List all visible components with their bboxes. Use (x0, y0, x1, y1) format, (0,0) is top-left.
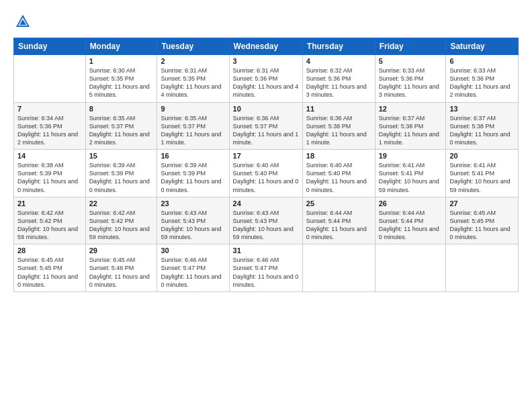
calendar-header-row: SundayMondayTuesdayWednesdayThursdayFrid… (14, 38, 519, 55)
cell-info: Sunrise: 6:36 AMSunset: 5:37 PMDaylight:… (233, 114, 299, 147)
cell-info: Sunrise: 6:44 AMSunset: 5:44 PMDaylight:… (379, 209, 443, 242)
calendar-week-row: 14Sunrise: 6:38 AMSunset: 5:39 PMDayligh… (14, 150, 519, 197)
day-number: 16 (161, 152, 225, 160)
logo-icon (13, 12, 32, 31)
calendar-cell: 9Sunrise: 6:35 AMSunset: 5:37 PMDaylight… (157, 102, 229, 150)
day-number: 1 (89, 57, 154, 65)
calendar-day-header: Thursday (302, 38, 375, 55)
cell-info: Sunrise: 6:39 AMSunset: 5:39 PMDaylight:… (89, 161, 154, 194)
calendar-cell: 7Sunrise: 6:34 AMSunset: 5:36 PMDaylight… (14, 102, 86, 150)
cell-info: Sunrise: 6:45 AMSunset: 5:45 PMDaylight:… (449, 209, 515, 242)
calendar-cell: 25Sunrise: 6:44 AMSunset: 5:44 PMDayligh… (302, 197, 375, 244)
day-number: 31 (233, 246, 299, 255)
day-number: 30 (161, 246, 225, 255)
cell-info: Sunrise: 6:36 AMSunset: 5:38 PMDaylight:… (306, 114, 371, 147)
header (13, 12, 519, 31)
calendar-cell: 16Sunrise: 6:39 AMSunset: 5:39 PMDayligh… (157, 150, 229, 197)
calendar-week-row: 21Sunrise: 6:42 AMSunset: 5:42 PMDayligh… (14, 197, 519, 244)
calendar-day-header: Sunday (14, 38, 86, 55)
calendar-cell: 30Sunrise: 6:46 AMSunset: 5:47 PMDayligh… (157, 244, 229, 292)
day-number: 17 (233, 152, 299, 160)
cell-info: Sunrise: 6:42 AMSunset: 5:42 PMDaylight:… (89, 209, 154, 242)
calendar-cell: 14Sunrise: 6:38 AMSunset: 5:39 PMDayligh… (14, 150, 86, 197)
day-number: 24 (233, 199, 299, 208)
calendar-cell: 29Sunrise: 6:45 AMSunset: 5:46 PMDayligh… (85, 244, 157, 292)
calendar-cell: 8Sunrise: 6:35 AMSunset: 5:37 PMDaylight… (85, 102, 157, 150)
calendar-cell (14, 55, 86, 103)
cell-info: Sunrise: 6:42 AMSunset: 5:42 PMDaylight:… (17, 209, 82, 242)
calendar-cell: 23Sunrise: 6:43 AMSunset: 5:43 PMDayligh… (157, 197, 229, 244)
cell-info: Sunrise: 6:46 AMSunset: 5:47 PMDaylight:… (161, 256, 225, 289)
day-number: 27 (449, 199, 515, 208)
cell-info: Sunrise: 6:31 AMSunset: 5:36 PMDaylight:… (233, 66, 299, 99)
calendar-cell: 15Sunrise: 6:39 AMSunset: 5:39 PMDayligh… (85, 150, 157, 197)
day-number: 11 (306, 105, 371, 113)
cell-info: Sunrise: 6:40 AMSunset: 5:40 PMDaylight:… (233, 161, 299, 194)
day-number: 6 (449, 57, 515, 65)
calendar-week-row: 1Sunrise: 6:30 AMSunset: 5:35 PMDaylight… (14, 55, 519, 103)
calendar-cell: 20Sunrise: 6:41 AMSunset: 5:41 PMDayligh… (446, 150, 519, 197)
day-number: 3 (233, 57, 299, 65)
logo (13, 12, 35, 31)
day-number: 14 (17, 152, 82, 160)
day-number: 23 (161, 199, 225, 208)
calendar-cell: 3Sunrise: 6:31 AMSunset: 5:36 PMDaylight… (229, 55, 302, 103)
cell-info: Sunrise: 6:32 AMSunset: 5:36 PMDaylight:… (306, 66, 371, 99)
cell-info: Sunrise: 6:41 AMSunset: 5:41 PMDaylight:… (449, 161, 515, 194)
cell-info: Sunrise: 6:30 AMSunset: 5:35 PMDaylight:… (89, 66, 154, 99)
calendar-cell: 1Sunrise: 6:30 AMSunset: 5:35 PMDaylight… (85, 55, 157, 103)
calendar-cell: 27Sunrise: 6:45 AMSunset: 5:45 PMDayligh… (446, 197, 519, 244)
day-number: 21 (17, 199, 82, 208)
cell-info: Sunrise: 6:46 AMSunset: 5:47 PMDaylight:… (233, 256, 299, 289)
day-number: 9 (161, 105, 225, 113)
cell-info: Sunrise: 6:37 AMSunset: 5:38 PMDaylight:… (449, 114, 515, 147)
day-number: 26 (379, 199, 443, 208)
day-number: 20 (449, 152, 515, 160)
calendar-cell: 17Sunrise: 6:40 AMSunset: 5:40 PMDayligh… (229, 150, 302, 197)
calendar-day-header: Monday (85, 38, 157, 55)
calendar-cell: 4Sunrise: 6:32 AMSunset: 5:36 PMDaylight… (302, 55, 375, 103)
cell-info: Sunrise: 6:45 AMSunset: 5:46 PMDaylight:… (89, 256, 154, 289)
cell-info: Sunrise: 6:39 AMSunset: 5:39 PMDaylight:… (161, 161, 225, 194)
calendar-cell: 13Sunrise: 6:37 AMSunset: 5:38 PMDayligh… (446, 102, 519, 150)
calendar-day-header: Wednesday (229, 38, 302, 55)
cell-info: Sunrise: 6:41 AMSunset: 5:41 PMDaylight:… (379, 161, 443, 194)
day-number: 2 (161, 57, 225, 65)
cell-info: Sunrise: 6:33 AMSunset: 5:36 PMDaylight:… (449, 66, 515, 99)
day-number: 29 (89, 246, 154, 255)
calendar-cell: 18Sunrise: 6:40 AMSunset: 5:40 PMDayligh… (302, 150, 375, 197)
cell-info: Sunrise: 6:43 AMSunset: 5:43 PMDaylight:… (233, 209, 299, 242)
cell-info: Sunrise: 6:33 AMSunset: 5:36 PMDaylight:… (379, 66, 443, 99)
calendar-cell: 31Sunrise: 6:46 AMSunset: 5:47 PMDayligh… (229, 244, 302, 292)
day-number: 8 (89, 105, 154, 113)
day-number: 5 (379, 57, 443, 65)
cell-info: Sunrise: 6:35 AMSunset: 5:37 PMDaylight:… (89, 114, 154, 147)
calendar-table: SundayMondayTuesdayWednesdayThursdayFrid… (13, 38, 519, 292)
calendar-cell: 6Sunrise: 6:33 AMSunset: 5:36 PMDaylight… (446, 55, 519, 103)
day-number: 18 (306, 152, 371, 160)
day-number: 7 (17, 105, 82, 113)
calendar-cell: 26Sunrise: 6:44 AMSunset: 5:44 PMDayligh… (375, 197, 446, 244)
calendar-cell: 24Sunrise: 6:43 AMSunset: 5:43 PMDayligh… (229, 197, 302, 244)
cell-info: Sunrise: 6:38 AMSunset: 5:39 PMDaylight:… (17, 161, 82, 194)
calendar-cell: 2Sunrise: 6:31 AMSunset: 5:35 PMDaylight… (157, 55, 229, 103)
calendar-cell: 5Sunrise: 6:33 AMSunset: 5:36 PMDaylight… (375, 55, 446, 103)
day-number: 19 (379, 152, 443, 160)
calendar-cell (375, 244, 446, 292)
cell-info: Sunrise: 6:35 AMSunset: 5:37 PMDaylight:… (161, 114, 225, 147)
calendar-cell (446, 244, 519, 292)
calendar-cell: 28Sunrise: 6:45 AMSunset: 5:45 PMDayligh… (14, 244, 86, 292)
page: SundayMondayTuesdayWednesdayThursdayFrid… (0, 0, 532, 411)
cell-info: Sunrise: 6:37 AMSunset: 5:38 PMDaylight:… (379, 114, 443, 147)
calendar-week-row: 7Sunrise: 6:34 AMSunset: 5:36 PMDaylight… (14, 102, 519, 150)
day-number: 25 (306, 199, 371, 208)
cell-info: Sunrise: 6:31 AMSunset: 5:35 PMDaylight:… (161, 66, 225, 99)
calendar-week-row: 28Sunrise: 6:45 AMSunset: 5:45 PMDayligh… (14, 244, 519, 292)
calendar-day-header: Saturday (446, 38, 519, 55)
calendar-cell: 11Sunrise: 6:36 AMSunset: 5:38 PMDayligh… (302, 102, 375, 150)
cell-info: Sunrise: 6:44 AMSunset: 5:44 PMDaylight:… (306, 209, 371, 242)
calendar-cell: 10Sunrise: 6:36 AMSunset: 5:37 PMDayligh… (229, 102, 302, 150)
cell-info: Sunrise: 6:43 AMSunset: 5:43 PMDaylight:… (161, 209, 225, 242)
calendar-cell: 22Sunrise: 6:42 AMSunset: 5:42 PMDayligh… (85, 197, 157, 244)
calendar-day-header: Tuesday (157, 38, 229, 55)
